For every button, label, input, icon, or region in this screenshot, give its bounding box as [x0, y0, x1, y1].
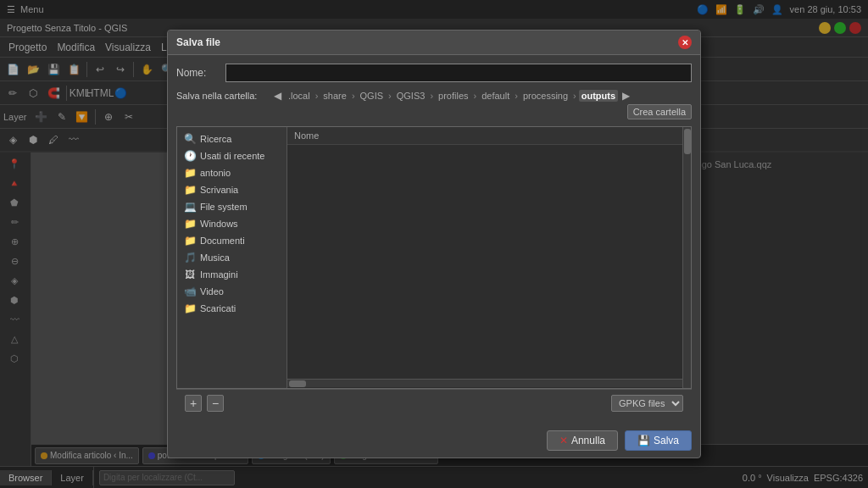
filesystem-icon: 💻: [184, 201, 196, 213]
file-browser: 🔍 Ricerca 🕐 Usati di recente 📁 antonio 📁…: [176, 126, 692, 389]
name-label: Nome:: [176, 67, 219, 79]
fb-col-name: Nome: [294, 130, 319, 141]
add-location-button[interactable]: +: [185, 395, 202, 412]
breadcrumb-outputs[interactable]: outputs: [579, 90, 618, 102]
dialog-overlay: Salva file ✕ Nome: Salva nella cartella:…: [0, 0, 868, 488]
name-input[interactable]: [225, 64, 692, 82]
save-button[interactable]: 💾 Salva: [625, 430, 692, 451]
fb-label-scrivania: Scrivania: [200, 185, 238, 195]
recent-icon: 🕐: [184, 150, 196, 162]
breadcrumb-share[interactable]: share: [320, 90, 349, 102]
save-icon: 💾: [637, 435, 650, 446]
dialog-footer: + − GPKG files: [176, 389, 692, 417]
breadcrumb-processing[interactable]: processing: [520, 90, 570, 102]
save-file-dialog: Salva file ✕ Nome: Salva nella cartella:…: [167, 30, 701, 458]
fb-label-immagini: Immagini: [200, 269, 238, 280]
dialog-close-button[interactable]: ✕: [678, 36, 692, 49]
fb-file-list[interactable]: [287, 145, 691, 379]
save-label: Salva: [654, 435, 679, 446]
fb-vscrollbar[interactable]: [682, 127, 691, 388]
musica-icon: 🎵: [184, 252, 196, 263]
documenti-icon: 📁: [184, 235, 196, 247]
cancel-label: Annulla: [571, 435, 605, 446]
scaricati-icon: 📁: [184, 302, 196, 314]
fb-label-windows: Windows: [200, 219, 238, 229]
dialog-titlebar: Salva file ✕: [168, 30, 700, 55]
immagini-icon: 🖼: [184, 269, 196, 280]
fb-item-immagini[interactable]: 🖼 Immagini: [177, 266, 287, 283]
breadcrumb-local[interactable]: .local: [286, 90, 313, 102]
breadcrumb-default[interactable]: default: [479, 90, 512, 102]
remove-location-button[interactable]: −: [207, 395, 224, 412]
search-icon: 🔍: [184, 133, 196, 145]
fb-label-video: Video: [200, 286, 224, 297]
file-type-select[interactable]: GPKG files: [611, 395, 683, 412]
fb-label-search: Ricerca: [200, 134, 231, 144]
fb-item-search[interactable]: 🔍 Ricerca: [177, 130, 287, 147]
fb-hscrollbar-thumb: [289, 380, 306, 387]
fb-label-recent: Usati di recente: [200, 151, 264, 161]
fb-label-filesystem: File system: [200, 202, 248, 212]
fb-label-documenti: Documenti: [200, 236, 245, 246]
dialog-actions: ✕ Annulla 💾 Salva: [168, 425, 700, 458]
new-folder-button[interactable]: Crea cartella: [627, 104, 692, 119]
fb-item-scrivania[interactable]: 📁 Scrivania: [177, 181, 287, 198]
windows-icon: 📁: [184, 218, 196, 230]
breadcrumb-qgis3[interactable]: QGIS3: [394, 90, 428, 102]
breadcrumb-back-button[interactable]: ◀: [271, 89, 284, 103]
cancel-button[interactable]: ✕ Annulla: [547, 430, 618, 451]
antonio-folder-icon: 📁: [184, 167, 196, 179]
video-icon: 📹: [184, 286, 196, 297]
fb-item-recent[interactable]: 🕐 Usati di recente: [177, 147, 287, 164]
fb-sidebar: 🔍 Ricerca 🕐 Usati di recente 📁 antonio 📁…: [177, 127, 287, 388]
fb-label-antonio: antonio: [200, 168, 231, 178]
fb-vscrollbar-thumb: [684, 129, 691, 154]
breadcrumb-forward-button[interactable]: ▶: [620, 89, 632, 103]
name-row: Nome:: [176, 64, 692, 82]
fb-item-documenti[interactable]: 📁 Documenti: [177, 232, 287, 249]
save-in-label: Salva nella cartella:: [176, 91, 270, 101]
breadcrumb-profiles[interactable]: profiles: [436, 90, 470, 102]
fb-main: Nome: [287, 127, 691, 388]
fb-label-scaricati: Scaricati: [200, 303, 236, 313]
fb-hscrollbar[interactable]: [287, 379, 691, 387]
fb-item-filesystem[interactable]: 💻 File system: [177, 198, 287, 215]
fb-label-musica: Musica: [200, 252, 230, 263]
fb-item-scaricati[interactable]: 📁 Scaricati: [177, 300, 287, 317]
dialog-title: Salva file: [176, 36, 220, 48]
fb-item-musica[interactable]: 🎵 Musica: [177, 249, 287, 266]
fb-item-windows[interactable]: 📁 Windows: [177, 215, 287, 232]
cancel-icon: ✕: [559, 435, 568, 446]
breadcrumb-qgis[interactable]: QGIS: [358, 90, 387, 102]
dialog-body: Nome: Salva nella cartella: ◀ .local › s…: [168, 55, 700, 425]
breadcrumb-row: Salva nella cartella: ◀ .local › share ›…: [176, 89, 692, 119]
scrivania-icon: 📁: [184, 184, 196, 196]
fb-item-video[interactable]: 📹 Video: [177, 283, 287, 300]
fb-header: Nome: [287, 127, 691, 145]
fb-item-antonio[interactable]: 📁 antonio: [177, 164, 287, 181]
